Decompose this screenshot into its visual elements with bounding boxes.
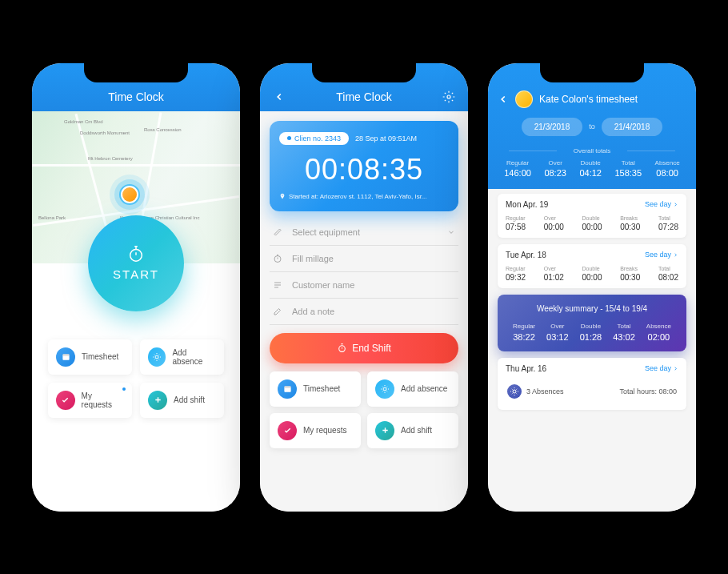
svg-rect-2 <box>62 354 69 355</box>
start-button[interactable]: START <box>88 215 184 311</box>
total-col: Total158:35 <box>614 159 642 178</box>
field-label: Select equipment <box>292 227 439 237</box>
see-day-link[interactable]: See day <box>645 364 678 372</box>
tile-plus[interactable]: Add shift <box>140 383 224 418</box>
tile-label: Add absence <box>401 384 447 393</box>
stopwatch-icon <box>337 343 347 353</box>
notch <box>540 63 644 82</box>
absence-icon <box>507 384 522 399</box>
notch <box>312 63 416 82</box>
tile-label: My requests <box>82 391 124 409</box>
page-title: Time Clock <box>289 90 439 103</box>
tile-check[interactable]: My requests <box>48 383 132 418</box>
calendar-icon <box>56 347 75 367</box>
user-location-pin[interactable] <box>119 184 140 205</box>
check-icon <box>278 421 297 440</box>
form-row-equipment[interactable]: Select equipment <box>270 219 458 246</box>
tile-calendar[interactable]: Timesheet <box>48 339 132 375</box>
location-text: Started at: Arlozerov st. 1112, Tel Aviv… <box>279 193 449 200</box>
pin-icon <box>279 193 286 199</box>
stat-col: Over01:02 <box>544 266 564 282</box>
note-icon <box>273 307 284 316</box>
shift-form: Select equipmentFill millageCustomer nam… <box>270 219 458 325</box>
tile-check[interactable]: My requests <box>270 413 361 448</box>
total-col: Double04:12 <box>579 159 602 178</box>
back-button[interactable] <box>270 91 289 102</box>
day-card: Tue Apr. 18See day Regular09:32Over01:02… <box>498 244 686 288</box>
tile-sun[interactable]: Add absence <box>367 371 458 407</box>
page-title: Time Clock <box>61 90 211 103</box>
stopwatch-icon <box>127 245 145 263</box>
stat-col: Over03:12 <box>546 323 569 342</box>
tile-label: Timesheet <box>82 352 118 361</box>
sun-icon <box>375 379 394 399</box>
stat-col: Over00:00 <box>544 215 564 231</box>
stat-col: Regular38:22 <box>513 323 535 342</box>
date-to-pill[interactable]: 21/4/2018 <box>602 118 663 136</box>
avatar <box>515 90 533 108</box>
tile-label: Timesheet <box>303 384 340 393</box>
tile-label: My requests <box>303 426 346 435</box>
total-col: Regular146:00 <box>504 159 531 178</box>
timer-card: Clien no. 2343 28 Sep at 09:51AM 00:08:3… <box>270 121 458 211</box>
notification-dot <box>122 387 126 391</box>
chevron-down-icon <box>447 228 455 236</box>
field-label: Fill millage <box>292 254 455 263</box>
form-row-customer[interactable]: Customer name <box>270 272 458 299</box>
field-label: Add a note <box>292 307 455 316</box>
timer-value: 00:08:35 <box>279 153 449 187</box>
form-row-note[interactable]: Add a note <box>270 299 458 325</box>
stat-col: Breaks00:30 <box>620 215 640 231</box>
settings-button[interactable] <box>439 90 458 103</box>
stat-col: Total43:02 <box>613 323 635 342</box>
phone-timer: Time Clock Clien no. 2343 28 Sep at 09:5… <box>260 63 468 512</box>
day-card: Mon Apr. 19See day Regular07:58Over00:00… <box>498 194 686 238</box>
see-day-link[interactable]: See day <box>645 200 678 208</box>
tile-sun[interactable]: Add absence <box>140 339 224 375</box>
tile-label: Add shift <box>401 426 432 435</box>
day-date: Thu Apr. 16 <box>506 364 546 373</box>
tile-label: Add absence <box>172 348 216 366</box>
see-day-link[interactable]: See day <box>645 251 678 259</box>
overall-totals-label: Overall totals <box>498 147 686 155</box>
total-col: Over08:23 <box>544 159 566 178</box>
check-icon <box>56 391 75 410</box>
svg-point-10 <box>513 390 516 393</box>
avatar <box>122 187 137 202</box>
tile-calendar[interactable]: Timesheet <box>270 371 361 407</box>
total-col: Absence08:00 <box>655 159 680 178</box>
phone-timesheet: Kate Colon's timesheet 21/3/2018 to 21/4… <box>488 63 696 512</box>
total-hours: Total hours: 08:00 <box>619 387 677 395</box>
action-tiles: TimesheetAdd absenceMy requestsAdd shift <box>48 339 224 418</box>
customer-icon <box>273 280 284 290</box>
date-from-pill[interactable]: 21/3/2018 <box>522 118 583 136</box>
tile-plus[interactable]: Add shift <box>367 413 458 448</box>
svg-point-9 <box>383 387 386 391</box>
page-title: Kate Colon's timesheet <box>539 94 638 105</box>
stat-col: Breaks00:30 <box>620 266 640 282</box>
calendar-icon <box>278 379 297 399</box>
stat-col: Double01:28 <box>580 323 602 342</box>
overall-totals: Regular146:00Over08:23Double04:12Total15… <box>498 159 686 178</box>
notch <box>84 63 188 82</box>
form-row-millage[interactable]: Fill millage <box>270 246 458 272</box>
stat-col: Regular07:58 <box>506 215 526 231</box>
svg-point-3 <box>155 355 158 359</box>
weekly-summary-card: Weekly summary - 15/4 to 19/4 Regular38:… <box>498 295 686 351</box>
day-date: Mon Apr. 19 <box>506 200 548 209</box>
week-title: Weekly summary - 15/4 to 19/4 <box>507 304 677 313</box>
end-shift-button[interactable]: End Shift <box>270 333 458 363</box>
client-chip[interactable]: Clien no. 2343 <box>279 132 349 145</box>
stat-col: Double00:00 <box>582 215 602 231</box>
back-button[interactable] <box>498 94 509 105</box>
absence-count: 3 Absences <box>526 387 564 395</box>
sun-icon <box>148 347 166 367</box>
stat-col: Total07:28 <box>658 215 678 231</box>
tile-label: Add shift <box>174 395 205 404</box>
plus-icon <box>148 391 167 410</box>
field-label: Customer name <box>292 280 455 290</box>
svg-rect-8 <box>284 386 290 387</box>
phone-start: Time Clock Goldman Cm Blvd Doddsworth Mo… <box>32 63 240 512</box>
stat-col: Regular09:32 <box>506 266 526 282</box>
equipment-icon <box>273 227 284 237</box>
